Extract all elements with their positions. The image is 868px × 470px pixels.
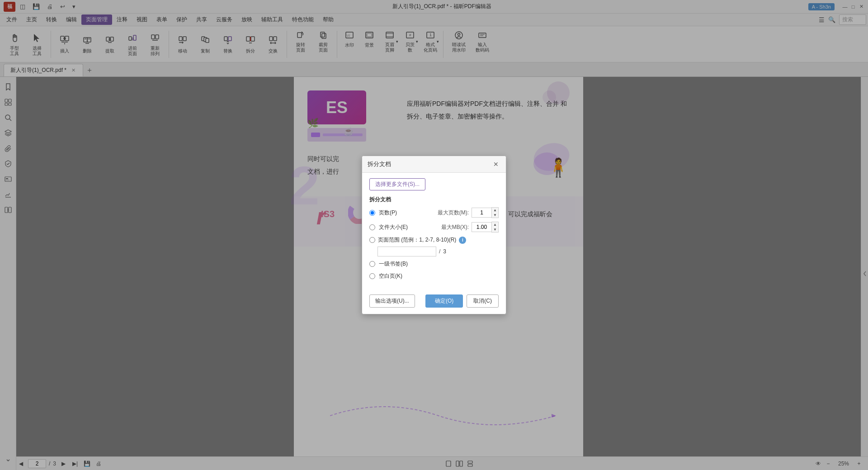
dialog-title-bar: 拆分文档 ✕ bbox=[362, 156, 506, 173]
max-pages-down[interactable]: ▼ bbox=[492, 213, 498, 218]
max-mb-up[interactable]: ▲ bbox=[492, 222, 498, 227]
info-icon[interactable]: i bbox=[459, 237, 466, 244]
radio-pagerange-label[interactable]: 页面范围 (范例：1, 2-7, 8-10)(R) bbox=[378, 236, 456, 244]
radio-pages-label[interactable]: 页数(P) bbox=[379, 209, 397, 217]
page-slash: / bbox=[439, 248, 440, 255]
dialog-body: 选择更多文件(S)... 拆分文档 页数(P) 最大页数(M): bbox=[362, 173, 506, 290]
radio-blankpage[interactable] bbox=[369, 273, 375, 279]
modal-overlay: 拆分文档 ✕ 选择更多文件(S)... 拆分文档 页数(P) bbox=[0, 0, 868, 470]
ok-btn[interactable]: 确定(O) bbox=[425, 294, 463, 308]
dialog-close-btn[interactable]: ✕ bbox=[491, 160, 500, 169]
max-pages-input[interactable]: ▲ ▼ bbox=[472, 207, 499, 218]
max-pages-up[interactable]: ▲ bbox=[492, 208, 498, 213]
page-range-input[interactable] bbox=[377, 247, 436, 256]
dialog-title: 拆分文档 bbox=[368, 160, 391, 168]
page-total-display: 3 bbox=[443, 248, 446, 255]
radio-bookmark-label[interactable]: 一级书签(B) bbox=[379, 260, 408, 268]
max-mb-label: 最大MB(X): bbox=[441, 223, 469, 231]
cancel-btn[interactable]: 取消(C) bbox=[467, 294, 499, 308]
radio-blankpage-row: 空白页(K) bbox=[369, 272, 499, 280]
max-mb-down[interactable]: ▼ bbox=[492, 227, 498, 232]
radio-bookmark[interactable] bbox=[369, 261, 375, 267]
radio-filesize-label[interactable]: 文件大小(E) bbox=[379, 223, 408, 231]
radio-pagerange[interactable] bbox=[369, 237, 375, 243]
dialog-footer: 输出选项(U)... 确定(O) 取消(C) bbox=[362, 290, 506, 314]
select-files-btn[interactable]: 选择更多文件(S)... bbox=[369, 178, 425, 190]
radio-blankpage-label[interactable]: 空白页(K) bbox=[379, 272, 402, 280]
radio-bookmark-row: 一级书签(B) bbox=[369, 260, 499, 268]
radio-pages[interactable] bbox=[369, 210, 375, 216]
max-mb-input[interactable]: ▲ ▼ bbox=[472, 222, 499, 233]
max-pages-value[interactable] bbox=[472, 208, 491, 218]
footer-right: 确定(O) 取消(C) bbox=[425, 294, 499, 308]
radio-filesize[interactable] bbox=[369, 224, 375, 230]
split-dialog: 拆分文档 ✕ 选择更多文件(S)... 拆分文档 页数(P) bbox=[362, 156, 506, 314]
output-options-btn[interactable]: 输出选项(U)... bbox=[369, 294, 415, 308]
section-label: 拆分文档 bbox=[369, 196, 499, 204]
max-mb-value[interactable] bbox=[472, 222, 491, 232]
max-pages-label: 最大页数(M): bbox=[438, 209, 469, 217]
